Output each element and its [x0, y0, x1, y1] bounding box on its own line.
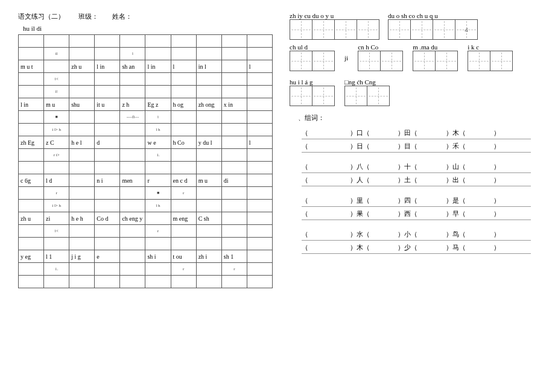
grid-cell: l 1	[44, 250, 69, 263]
grid-cell	[69, 48, 95, 60]
grid-cell	[145, 35, 171, 48]
zuci-word: ）早（	[446, 209, 483, 218]
grid-cell	[221, 136, 247, 149]
zuci-word: ）里（	[350, 196, 387, 205]
grid-cell: zh u	[19, 212, 44, 225]
zuci-word: ）马（	[446, 243, 483, 252]
grid-cell	[19, 149, 44, 162]
zuci-word: ）日（	[350, 142, 387, 151]
grid-cell: zh i	[196, 250, 221, 263]
grid-cell: l<	[44, 73, 69, 86]
grid-cell	[120, 200, 145, 212]
zuci-word: ）水（	[350, 230, 387, 239]
grid-cell: l h	[145, 124, 171, 136]
zuci-word: ）田（	[398, 128, 435, 138]
grid-cell	[171, 200, 196, 212]
tianzi-cell	[380, 51, 403, 71]
grid-cell	[44, 162, 69, 174]
grid-cell	[247, 98, 272, 111]
grid-cell	[69, 263, 95, 276]
grid-cell	[120, 35, 145, 48]
grid-cell	[69, 225, 95, 238]
grid-cell: C sh	[196, 212, 221, 225]
grid-cell	[19, 162, 44, 174]
zuci-word: ）土（	[398, 175, 435, 185]
zuci-line: （）水（）小（）鸟（）	[302, 229, 531, 241]
grid-cell: r i>	[44, 149, 69, 162]
grid-cell	[69, 86, 95, 98]
grid-cell: m u	[196, 174, 221, 187]
grid-cell	[95, 263, 120, 276]
zuci-word: （	[302, 175, 339, 185]
zuci-word: ）四（	[398, 196, 435, 205]
grid-cell	[171, 149, 196, 162]
grid-cell	[171, 111, 196, 124]
grid-cell	[196, 124, 221, 136]
grid-cell: l!	[44, 86, 69, 98]
grid-cell	[120, 136, 145, 149]
class-label: 班级：	[78, 12, 98, 21]
grid-cell	[120, 86, 145, 98]
grid-cell	[196, 86, 221, 98]
grid-cell	[171, 48, 196, 60]
pinyin-label: □ng ćh Cng	[344, 78, 390, 86]
grid-cell: ----fl---	[120, 111, 145, 124]
zuci-word: ）果（	[350, 209, 387, 218]
grid-cell	[196, 187, 221, 200]
grid-cell	[69, 124, 95, 136]
grid-cell	[247, 200, 272, 212]
grid-cell: x in	[221, 98, 247, 111]
grid-cell: l	[247, 60, 272, 73]
pinyin-label: m .ma du	[413, 43, 458, 51]
tianzi-cell	[357, 19, 379, 40]
grid-cell	[221, 212, 247, 225]
grid-cell: i l> h	[44, 124, 69, 136]
grid-cell: t ou	[171, 250, 196, 263]
zuci-word: ）	[493, 209, 531, 218]
grid-cell	[196, 200, 221, 212]
zuci-word: （	[302, 243, 339, 252]
zuci-word: ）口（	[350, 128, 387, 138]
grid-cell	[145, 263, 171, 276]
grid-cell: in l	[196, 60, 221, 73]
grid-cell	[120, 225, 145, 238]
grid-cell: h Co	[171, 136, 196, 149]
grid-cell	[69, 73, 95, 86]
grid-cell	[247, 263, 272, 276]
grid-cell: m u t	[19, 60, 44, 73]
grid-cell	[120, 263, 145, 276]
grid-cell: sh i	[145, 250, 171, 263]
pinyin-label: zh iy cu du o y u	[290, 12, 379, 19]
grid-cell	[247, 124, 272, 136]
grid-cell	[171, 162, 196, 174]
zuci-word: ）	[493, 142, 531, 151]
zuci-word: （	[302, 230, 339, 239]
zuci-word: （	[302, 142, 339, 151]
zuci-word: ）出（	[446, 175, 483, 185]
page-header: 语文练习（二） 班级： 姓名：	[18, 12, 273, 21]
grid-cell	[69, 111, 95, 124]
grid-cell: m u	[44, 98, 69, 111]
grid-cell: z C	[44, 136, 69, 149]
grid-cell	[196, 276, 221, 288]
grid-cell	[19, 276, 44, 288]
grid-cell	[247, 48, 272, 60]
grid-cell: r	[145, 225, 171, 238]
grid-cell	[247, 187, 272, 200]
pinyin-label: hu i l á g	[290, 78, 335, 86]
grid-cell	[221, 149, 247, 162]
zuci-word: ）木（	[350, 243, 387, 252]
grid-cell	[221, 111, 247, 124]
zuci-word: （	[302, 162, 339, 171]
grid-cell: ■	[44, 111, 69, 124]
zuci-header: 、组词：	[298, 113, 531, 122]
tianzi-cell	[290, 86, 312, 106]
grid-cell: r	[145, 174, 171, 187]
grid-cell	[145, 48, 171, 60]
grid-cell	[95, 187, 120, 200]
grid-cell: l	[247, 136, 272, 149]
grid-cell: w e	[145, 136, 171, 149]
zuci-line: （）果（）西（）早（）	[302, 208, 531, 220]
tianzi-cell	[433, 19, 455, 40]
grid-cell	[19, 225, 44, 238]
